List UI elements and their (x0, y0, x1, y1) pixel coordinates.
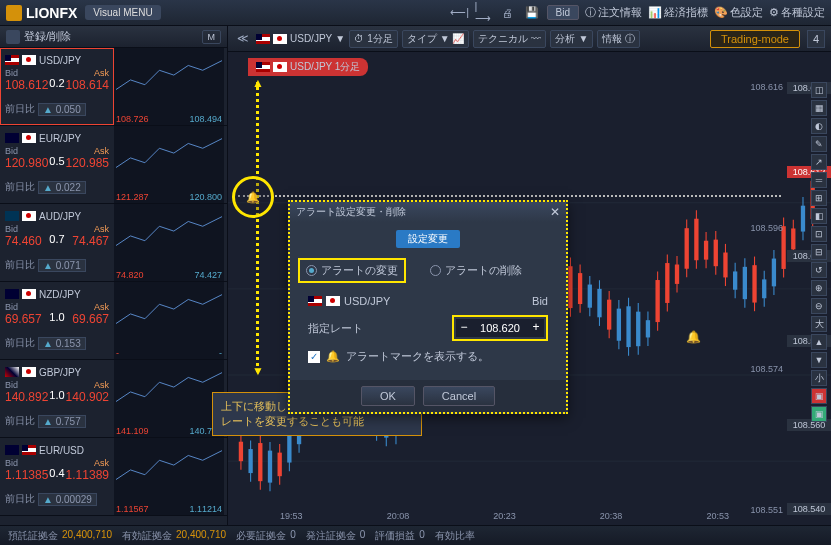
mini-chart[interactable]: 1.115671.11214 (114, 438, 224, 515)
radio-dot-icon (306, 265, 317, 276)
ask-value: 108.614 (66, 78, 109, 92)
cancel-button[interactable]: Cancel (423, 386, 495, 406)
svg-rect-95 (675, 265, 679, 284)
svg-rect-13 (278, 453, 282, 477)
tool-button[interactable]: ↺ (811, 262, 827, 278)
collapse-icon[interactable]: ⟵| (451, 4, 469, 22)
status-value: 0 (419, 529, 425, 543)
expand-icon[interactable]: |⟶ (475, 4, 493, 22)
zoom-small-button[interactable]: 小 (811, 370, 827, 386)
bid-value: 74.460 (5, 234, 42, 248)
tool-button[interactable]: ▦ (811, 100, 827, 116)
status-item: 発注証拠金0 (306, 529, 366, 543)
tool-button[interactable]: ▣ (811, 388, 827, 404)
pair-tile-EUR-USD[interactable]: EUR/USD Bid1.11385 0.4 Ask1.11389 前日比▲ 0… (0, 438, 114, 515)
color-settings-link[interactable]: 🎨色設定 (714, 5, 763, 20)
tool-button[interactable]: ⊟ (811, 244, 827, 260)
tool-button[interactable]: ⊞ (811, 190, 827, 206)
chevron-left-icon[interactable]: ≪ (234, 30, 252, 48)
ok-button[interactable]: OK (361, 386, 415, 406)
pair-tile-EUR-JPY[interactable]: EUR/JPY Bid120.980 0.5 Ask120.985 前日比▲ 0… (0, 126, 114, 203)
alert-change-radio[interactable]: アラートの変更 (298, 258, 406, 283)
pair-tile-GBP-JPY[interactable]: GBP/JPY Bid140.892 1.0 Ask140.902 前日比▲ 0… (0, 360, 114, 437)
mini-chart[interactable]: 108.726108.494 (114, 48, 224, 125)
right-tool-strip: ◫ ▦ ◐ ✎ ↗ ═ ⊞ ◧ ⊡ ⊟ ↺ ⊕ ⊖ 大 ▲ ▼ 小 (811, 82, 829, 422)
tool-button[interactable]: ◫ (811, 82, 827, 98)
dialog-pair-label: USD/JPY (308, 295, 390, 307)
settings-change-tab[interactable]: 設定変更 (396, 230, 460, 248)
bid-label: Bid (5, 68, 18, 78)
mini-high: 141.109 (116, 426, 149, 436)
print-icon[interactable]: 🖨 (499, 4, 517, 22)
tool-button[interactable]: ▼ (811, 352, 827, 368)
m-button[interactable]: M (202, 30, 222, 44)
status-value: 0 (290, 529, 296, 543)
tool-button[interactable]: ◐ (811, 118, 827, 134)
chart-toolbar: ≪ USD/JPY ▼ ⏱ 1分足 タイプ▼ 📈 テクニカル 〰 分析 ▼ 情報… (228, 26, 831, 52)
top-bar: LIONFX Visual MENU ⟵| |⟶ 🖨 💾 Bid ⓘ注文情報 📊… (0, 0, 831, 26)
pair-tile-USD-JPY[interactable]: USD/JPY Bid108.612 0.2 Ask108.614 前日比▲ 0… (0, 48, 114, 125)
rate-decrement-button[interactable]: − (456, 319, 472, 337)
sidebar: 登録/削除 M USD/JPY Bid108.612 0.2 Ask108.61… (0, 26, 228, 525)
spread-value: 0.4 (48, 458, 65, 492)
various-settings-link[interactable]: ⚙各種設定 (769, 5, 825, 20)
tool-button[interactable]: ▲ (811, 334, 827, 350)
tool-button[interactable]: ⊡ (811, 226, 827, 242)
mini-chart[interactable]: 74.82074.427 (114, 204, 224, 281)
pair-name-text: USD/JPY (39, 55, 81, 66)
pair-tile-NZD-JPY[interactable]: NZD/JPY Bid69.657 1.0 Ask69.667 前日比▲ 0.1… (0, 282, 114, 359)
trading-mode-button[interactable]: Trading-mode (710, 30, 800, 48)
timeframe-selector[interactable]: ⏱ 1分足 (349, 30, 398, 48)
econ-index-link[interactable]: 📊経済指標 (648, 5, 708, 20)
save-icon[interactable]: 💾 (523, 4, 541, 22)
tool-button[interactable]: ↗ (811, 154, 827, 170)
dialog-header[interactable]: アラート設定変更・削除 ✕ (290, 202, 566, 222)
tool-button[interactable]: ⊖ (811, 298, 827, 314)
show-alert-mark-checkbox[interactable]: ✓ (308, 351, 320, 363)
info-selector[interactable]: 情報 ⓘ (597, 30, 640, 48)
x-axis-labels: 19:5320:08 20:2320:38 20:53 (238, 511, 771, 525)
checkbox-label: アラートマークを表示する。 (346, 349, 489, 364)
usd-flag-icon (22, 445, 36, 455)
alert-price-line[interactable] (238, 195, 781, 197)
mini-chart[interactable]: 121.287120.800 (114, 126, 224, 203)
analysis-selector[interactable]: 分析 ▼ (550, 30, 593, 48)
svg-rect-7 (248, 449, 252, 473)
pair-tile-AUD-JPY[interactable]: AUD/JPY Bid74.460 0.7 Ask74.467 前日比▲ 0.0… (0, 204, 114, 281)
radio-dot-icon (430, 265, 441, 276)
visual-menu-button[interactable]: Visual MENU (85, 5, 160, 20)
status-item: 預託証拠金20,400,710 (8, 529, 112, 543)
order-info-link[interactable]: ⓘ注文情報 (585, 5, 642, 20)
rate-input[interactable] (472, 319, 528, 337)
jpy-flag-icon (22, 367, 36, 377)
prev-day-change: ▲ 0.153 (38, 337, 86, 350)
type-selector[interactable]: タイプ▼ 📈 (402, 30, 470, 48)
tool-button[interactable]: ◧ (811, 208, 827, 224)
prev-day-label: 前日比 (5, 336, 35, 350)
alert-delete-radio[interactable]: アラートの削除 (424, 260, 528, 281)
tool-button[interactable]: ⊕ (811, 280, 827, 296)
prev-day-label: 前日比 (5, 414, 35, 428)
technical-selector[interactable]: テクニカル 〰 (473, 30, 546, 48)
close-icon[interactable]: ✕ (550, 205, 560, 219)
rate-increment-button[interactable]: + (528, 319, 544, 337)
ask-value: 69.667 (72, 312, 109, 326)
tool-button[interactable]: ✎ (811, 136, 827, 152)
mini-chart[interactable]: -- (114, 282, 224, 359)
chart-pair-selector[interactable]: USD/JPY ▼ (256, 33, 345, 44)
jpy-flag-icon (22, 55, 36, 65)
ask-label: Ask (94, 458, 109, 468)
bid-label: Bid (5, 224, 18, 234)
chart-area[interactable]: USD/JPY 1分足 ▲ 🔔 上下に移動して レートを変更することも可能 🔔 (228, 52, 831, 525)
mini-chart[interactable]: 141.109140.724 (114, 360, 224, 437)
tool-button[interactable]: ▣ (811, 406, 827, 422)
bell-icon[interactable]: 🔔 (246, 191, 260, 204)
bid-label: Bid (5, 458, 18, 468)
workspace-number-button[interactable]: 4 (807, 30, 825, 48)
bid-toggle[interactable]: Bid (547, 5, 579, 20)
zoom-large-button[interactable]: 大 (811, 316, 827, 332)
svg-rect-73 (568, 266, 572, 308)
eur-flag-icon (5, 133, 19, 143)
annotation-bell-circle: 🔔 (232, 176, 274, 218)
tool-button[interactable]: ═ (811, 172, 827, 188)
